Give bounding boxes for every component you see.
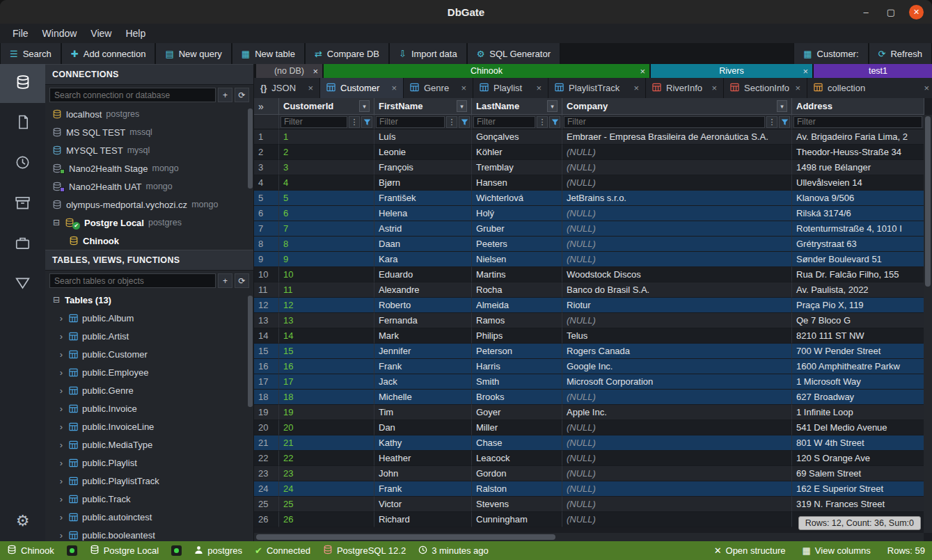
table-item-public-playlist[interactable]: ›public.Playlist (45, 454, 253, 472)
toolbar-button-import-data[interactable]: ⇩Import data (389, 43, 467, 64)
column-header-address[interactable]: Address (792, 98, 924, 115)
connection-item-postgre-local[interactable]: ⊟✔Postgre Localpostgres (45, 214, 253, 232)
cell-firstname[interactable]: Victor (374, 497, 472, 512)
db-tab-rivers[interactable]: Rivers× (651, 64, 812, 78)
cell-customerid[interactable]: 20 (279, 420, 374, 435)
cell-lastname[interactable]: Ralston (472, 481, 562, 497)
row-number[interactable]: 23 (254, 466, 279, 481)
close-button[interactable]: ✕ (909, 5, 924, 19)
collapse-icon[interactable]: ⊟ (52, 295, 61, 305)
cell-lastname[interactable]: Goyer (472, 405, 562, 420)
cell-lastname[interactable]: Rocha (472, 282, 562, 298)
table-row[interactable]: 1717JackSmithMicrosoft Corporation1 Micr… (254, 374, 932, 390)
cell-customerid[interactable]: 21 (279, 435, 374, 451)
table-item-public-autoinctest[interactable]: ›public.autoinctest (45, 508, 253, 526)
filter-menu-icon[interactable]: ⋮ (766, 116, 777, 128)
rail-filter-triangle-icon[interactable] (0, 264, 45, 305)
filter-input-company[interactable] (564, 116, 765, 128)
cell-customerid[interactable]: 6 (279, 206, 374, 221)
cell-address[interactable]: Av. Brigadeiro Faria Lima, 2 (792, 129, 924, 145)
table-row[interactable]: 1414MarkPhilipsTelus8210 111 ST NW (254, 328, 932, 344)
cell-address[interactable]: 627 Broadway (792, 390, 924, 405)
cell-address[interactable]: 319 N. Frances Street (792, 497, 924, 512)
toolbar-button-new-table[interactable]: ▦New table (232, 43, 305, 64)
cell-customerid[interactable]: 16 (279, 359, 374, 374)
filter-funnel-icon[interactable] (361, 116, 372, 128)
filter-funnel-icon[interactable] (459, 116, 470, 128)
cell-company[interactable]: Embraer - Empresa Brasileira de Aeronáut… (562, 129, 792, 145)
file-tab-riverinfo[interactable]: RiverInfo× (646, 78, 724, 98)
minimize-button[interactable]: – (859, 5, 873, 19)
cell-address[interactable]: Klanova 9/506 (792, 191, 924, 206)
cell-address[interactable]: Grétrystraat 63 (792, 237, 924, 252)
column-dropdown-icon[interactable]: ▾ (457, 100, 467, 112)
row-number[interactable]: 19 (254, 405, 279, 420)
row-number[interactable]: 13 (254, 313, 279, 328)
cell-address[interactable]: Qe 7 Bloco G (792, 313, 924, 328)
table-row[interactable]: 1515JenniferPetersonRogers Canada700 W P… (254, 344, 932, 359)
cell-firstname[interactable]: Tim (374, 405, 472, 420)
cell-address[interactable]: Ullevålsveien 14 (792, 175, 924, 191)
maximize-button[interactable]: ▢ (884, 5, 898, 19)
cell-firstname[interactable]: Richard (374, 512, 472, 527)
cell-company[interactable]: Microsoft Corporation (562, 374, 792, 390)
cell-firstname[interactable]: Roberto (374, 298, 472, 313)
connection-item-nano2health-uat[interactable]: Nano2Health UATmongo (45, 177, 253, 195)
row-number[interactable]: 14 (254, 328, 279, 344)
cell-company[interactable]: (NULL) (562, 512, 792, 527)
cell-customerid[interactable]: 4 (279, 175, 374, 191)
table-row[interactable]: 1010EduardoMartinsWoodstock DiscosRua Dr… (254, 267, 932, 282)
table-row[interactable]: 88DaanPeeters(NULL)Grétrystraat 63 (254, 237, 932, 252)
row-number[interactable]: 25 (254, 497, 279, 512)
cell-address[interactable]: 1 Microsoft Way (792, 374, 924, 390)
table-row[interactable]: 2424FrankRalston(NULL)162 E Superior Str… (254, 481, 932, 497)
filter-menu-icon[interactable]: ⋮ (537, 116, 548, 128)
row-number[interactable]: 20 (254, 420, 279, 435)
statusbar-item-open-structure[interactable]: ✕Open structure (714, 545, 786, 556)
cell-address[interactable]: 162 E Superior Street (792, 481, 924, 497)
cell-lastname[interactable]: Stevens (472, 497, 562, 512)
cell-lastname[interactable]: Gonçalves (472, 129, 562, 145)
close-tab-icon[interactable]: × (803, 67, 808, 76)
cell-company[interactable]: (NULL) (562, 237, 792, 252)
cell-customerid[interactable]: 8 (279, 237, 374, 252)
menu-item-view[interactable]: View (84, 26, 118, 41)
table-row[interactable]: 44BjørnHansen(NULL)Ullevålsveien 14 (254, 175, 932, 191)
cell-address[interactable]: Praça Pio X, 119 (792, 298, 924, 313)
cell-lastname[interactable]: Peterson (472, 344, 562, 359)
cell-lastname[interactable]: Gruber (472, 221, 562, 237)
table-row[interactable]: 33FrançoisTremblay(NULL)1498 rue Bélange… (254, 160, 932, 175)
cell-lastname[interactable]: Brooks (472, 390, 562, 405)
cell-firstname[interactable]: Daan (374, 237, 472, 252)
table-row[interactable]: 2121KathyChase(NULL)801 W 4th Street (254, 435, 932, 451)
row-number[interactable]: 26 (254, 512, 279, 527)
cell-address[interactable]: Sønder Boulevard 51 (792, 252, 924, 267)
close-tab-icon[interactable]: × (391, 83, 397, 93)
close-tab-icon[interactable]: × (924, 83, 929, 93)
connections-search-input[interactable] (49, 88, 216, 102)
cell-firstname[interactable]: Heather (374, 451, 472, 466)
cell-company[interactable]: (NULL) (562, 145, 792, 160)
cell-customerid[interactable]: 7 (279, 221, 374, 237)
cell-customerid[interactable]: 17 (279, 374, 374, 390)
cell-customerid[interactable]: 24 (279, 481, 374, 497)
collapse-icon[interactable]: ⊟ (52, 218, 61, 227)
file-tab-json[interactable]: {}JSON× (254, 78, 320, 98)
cell-firstname[interactable]: Luís (374, 129, 472, 145)
file-tab-playlist[interactable]: Playlist× (473, 78, 548, 98)
cell-lastname[interactable]: Martins (472, 267, 562, 282)
cell-company[interactable]: (NULL) (562, 420, 792, 435)
table-row[interactable]: 2525VictorStevens(NULL)319 N. Frances St… (254, 497, 932, 512)
cell-lastname[interactable]: Smith (472, 374, 562, 390)
statusbar-item-badge[interactable] (67, 545, 77, 556)
cell-customerid[interactable]: 3 (279, 160, 374, 175)
table-item-public-employee[interactable]: ›public.Employee (45, 363, 253, 381)
row-number[interactable]: 10 (254, 267, 279, 282)
cell-firstname[interactable]: Jack (374, 374, 472, 390)
cell-address[interactable]: Av. Paulista, 2022 (792, 282, 924, 298)
cell-lastname[interactable]: Almeida (472, 298, 562, 313)
table-row[interactable]: 1919TimGoyerApple Inc.1 Infinite Loop (254, 405, 932, 420)
refresh-tables-button[interactable]: ⟳ (235, 273, 249, 288)
cell-customerid[interactable]: 5 (279, 191, 374, 206)
cell-company[interactable]: (NULL) (562, 390, 792, 405)
